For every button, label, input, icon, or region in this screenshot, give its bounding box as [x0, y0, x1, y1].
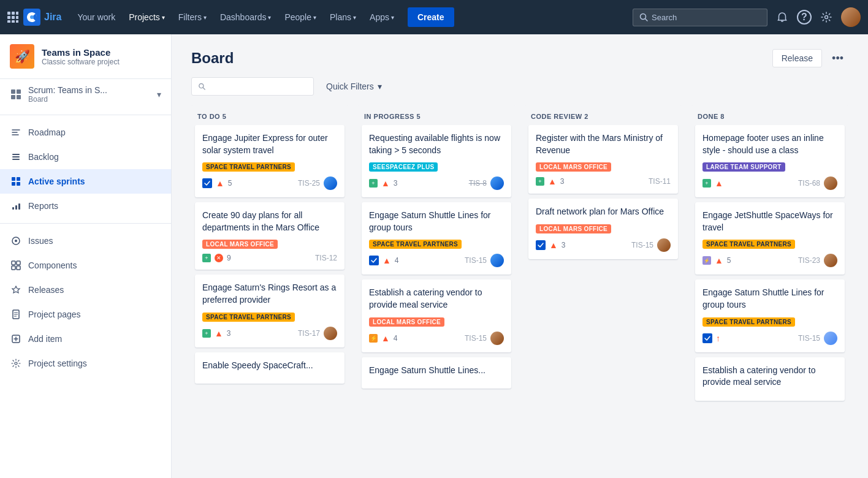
card-tis12-footer: + ✕ 9 TIS-12 [202, 254, 337, 262]
sidebar-item-issues[interactable]: Issues [0, 229, 171, 253]
sidebar-item-backlog[interactable]: Backlog [0, 145, 171, 169]
quick-filters-button[interactable]: Quick Filters ▾ [321, 78, 387, 95]
svg-rect-0 [7, 12, 10, 15]
components-icon [10, 259, 22, 271]
card-tis15-done-tag: SPACE TRAVEL PARTNERS [702, 317, 795, 327]
nav-apps[interactable]: Apps ▾ [364, 7, 400, 27]
card-tis68-priority: ▲ [715, 178, 723, 188]
svg-line-12 [645, 19, 648, 21]
svg-rect-1 [12, 12, 15, 15]
card-inprog-partial[interactable]: Engage Saturn Shuttle Lines... [362, 357, 511, 389]
card-tis8-id: TIS-8 [469, 179, 487, 188]
search-box[interactable]: Search [633, 9, 767, 26]
svg-line-43 [203, 88, 205, 89]
card-tis15-inprog-footer: ▲ 4 TIS-15 [369, 254, 504, 267]
column-done: DONE 8 Homepage footer uses an inline st… [690, 105, 850, 463]
nav-dashboards[interactable]: Dashboards ▾ [214, 7, 278, 27]
release-button[interactable]: Release [772, 49, 822, 67]
card-tis15-catering[interactable]: Establish a catering vendor to provide m… [362, 279, 511, 352]
apps-chevron: ▾ [391, 14, 394, 21]
user-avatar[interactable] [841, 7, 861, 27]
card-tis17-footer: + ▲ 3 TIS-17 [202, 327, 337, 340]
card-tis11-title: Register with the Mars Ministry of Reven… [536, 132, 671, 156]
svg-rect-8 [16, 20, 18, 23]
column-todo-header: TO DO 5 [190, 105, 349, 125]
sidebar-item-project-pages[interactable]: Project pages [0, 302, 171, 327]
card-tis15-done[interactable]: Engage Saturn Shuttle Lines for group to… [695, 279, 845, 352]
card-tis8[interactable]: Requesting available flights is now taki… [362, 125, 511, 197]
board-header-actions: Release ••• [772, 49, 848, 67]
card-tis11[interactable]: Register with the Mars Ministry of Reven… [528, 125, 678, 194]
dashboards-chevron: ▾ [268, 14, 271, 21]
sidebar-item-add-item[interactable]: Add item [0, 327, 171, 351]
card-tis23-footer: ⚡ ▲ 5 TIS-23 [702, 254, 837, 267]
card-tis15-inprog-priority: ▲ [383, 256, 391, 265]
card-tis15-catering-tag: LOCAL MARS OFFICE [369, 317, 444, 327]
svg-rect-4 [12, 16, 15, 19]
scrum-label: Scrum: Teams in S... [28, 85, 107, 95]
column-todo: TO DO 5 Engage Jupiter Express for outer… [190, 105, 349, 463]
active-sprints-icon [10, 175, 22, 188]
project-icon: 🚀 [10, 44, 34, 69]
svg-rect-5 [16, 16, 18, 19]
card-tis12[interactable]: Create 90 day plans for all departments … [195, 202, 345, 270]
nav-projects[interactable]: Projects ▾ [123, 7, 171, 27]
card-tis15-draft[interactable]: Draft network plan for Mars Office LOCAL… [528, 199, 678, 259]
board-search-icon [198, 82, 206, 91]
nav-your-work[interactable]: Your work [71, 7, 121, 27]
card-tis15-catering-title: Establish a catering vendor to provide m… [369, 287, 504, 311]
card-tis15-draft-check [536, 240, 546, 250]
card-tis12-story: 9 [227, 254, 231, 262]
card-tis17[interactable]: Engage Saturn's Rings Resort as a prefer… [195, 275, 345, 347]
card-tis12-blocked: ✕ [215, 254, 223, 262]
sidebar-item-reports[interactable]: Reports [0, 194, 171, 218]
card-tis68-avatar [824, 176, 837, 190]
nav-plans[interactable]: Plans ▾ [324, 7, 362, 27]
card-tis11-tag: LOCAL MARS OFFICE [536, 162, 611, 172]
sidebar-item-releases[interactable]: Releases [0, 278, 171, 302]
card-tis25-title: Engage Jupiter Express for outer solar s… [202, 132, 337, 156]
sidebar-item-active-sprints[interactable]: Active sprints [0, 169, 171, 194]
card-tis12-id: TIS-12 [315, 254, 337, 262]
sidebar-item-project-settings[interactable]: Project settings [0, 351, 171, 376]
card-tis8-story: 3 [394, 179, 398, 188]
card-tis15-catering-priority: ▲ [381, 333, 390, 343]
card-tis23-tag: SPACE TRAVEL PARTNERS [702, 240, 795, 249]
card-tis15-draft-priority: ▲ [549, 240, 558, 250]
sidebar-item-components[interactable]: Components [0, 253, 171, 278]
card-tis15-draft-avatar [657, 238, 671, 252]
card-done-partial[interactable]: Establish a catering vendor to provide m… [695, 357, 845, 401]
column-codereview: CODE REVIEW 2 Register with the Mars Min… [523, 105, 683, 463]
issues-label: Issues [28, 236, 53, 246]
card-tis11-type: + [536, 177, 544, 186]
scrum-info: Scrum: Teams in S... Board [28, 85, 107, 104]
card-tis11-story: 3 [560, 177, 565, 186]
card-tis25-story: 5 [228, 179, 232, 188]
card-tis68-tag: LARGE TEAM SUPPORT [702, 162, 785, 172]
sidebar-item-roadmap[interactable]: Roadmap [0, 120, 171, 145]
card-tis15-draft-id: TIS-15 [631, 241, 653, 249]
nav-filters[interactable]: Filters ▾ [172, 7, 213, 27]
card-tis15-inprog[interactable]: Engage Saturn Shuttle Lines for group to… [362, 202, 511, 275]
card-tis11-id: TIS-11 [649, 177, 671, 186]
help-icon[interactable]: ? [797, 10, 812, 25]
card-todo-partial[interactable]: Enable Speedy SpaceCraft... [195, 352, 345, 384]
releases-label: Releases [28, 285, 64, 295]
board-search-input[interactable] [210, 82, 307, 91]
sidebar-scrum-selector[interactable]: Scrum: Teams in S... Board ▾ [0, 79, 171, 110]
column-inprogress-cards: Requesting available flights is now taki… [357, 125, 516, 463]
svg-point-10 [30, 15, 34, 19]
jira-logo[interactable]: Jira [23, 9, 61, 26]
notifications-icon[interactable] [772, 7, 792, 27]
create-button[interactable]: Create [408, 7, 454, 27]
nav-people[interactable]: People ▾ [278, 7, 322, 27]
backlog-icon [10, 151, 22, 163]
card-tis25[interactable]: Engage Jupiter Express for outer solar s… [195, 125, 345, 197]
card-tis68[interactable]: Homepage footer uses an inline style - s… [695, 125, 845, 197]
card-tis23[interactable]: Engage JetShuttle SpaceWays for travel S… [695, 202, 845, 275]
app-grid-icon[interactable] [7, 12, 18, 23]
settings-icon[interactable] [817, 7, 836, 27]
board-search[interactable] [191, 77, 314, 96]
more-options-button[interactable]: ••• [827, 50, 848, 67]
card-tis15-draft-story: 3 [562, 241, 566, 249]
